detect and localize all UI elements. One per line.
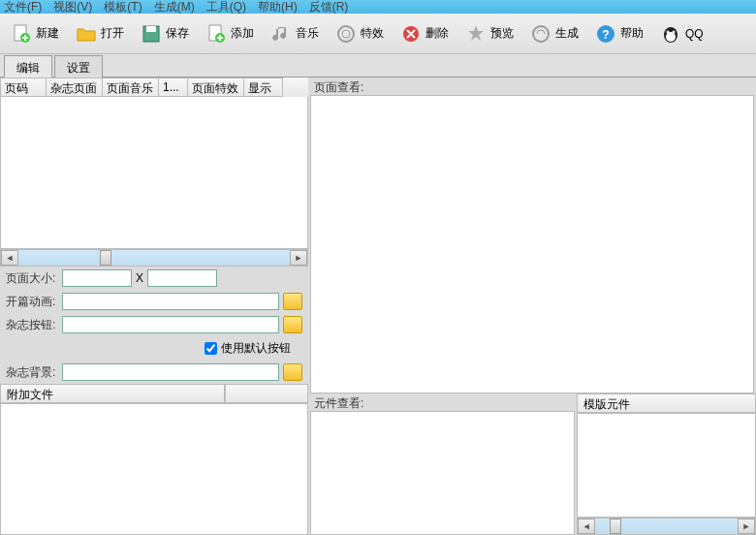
template-header: 模版元件 <box>577 393 756 413</box>
mag-bg-browse-button[interactable] <box>283 363 302 381</box>
col-page-num[interactable]: 页码 <box>0 78 47 97</box>
svg-rect-3 <box>146 26 156 32</box>
effect-button[interactable]: 特效 <box>331 20 388 47</box>
effect-icon <box>334 22 358 46</box>
col-one[interactable]: 1... <box>159 78 188 97</box>
toolbar: 新建 打开 保存 添加 音乐 特效 删除 预览 生成 ?帮助 QQ <box>0 14 756 54</box>
svg-point-8 <box>533 26 549 42</box>
open-anim-input[interactable] <box>62 293 279 310</box>
page-height-input[interactable] <box>147 269 217 287</box>
content-area: 页码 杂志页面 页面音乐 1... 页面特效 显示 ◄ ► 页面大小: X 开篇… <box>0 78 756 535</box>
page-grid-body[interactable] <box>0 97 308 249</box>
col-display[interactable]: 显示 <box>244 78 283 97</box>
scroll-left-icon[interactable]: ◄ <box>1 250 18 266</box>
menu-tools[interactable]: 工具(Q) <box>206 0 246 16</box>
x-label: X <box>136 271 143 285</box>
template-title-col[interactable]: 模版元件 <box>577 393 756 413</box>
open-icon <box>75 22 98 46</box>
attach-col2[interactable] <box>225 384 309 403</box>
music-button[interactable]: 音乐 <box>266 20 323 47</box>
page-size-label: 页面大小: <box>6 270 58 287</box>
preview-label: 预览 <box>490 25 514 42</box>
default-btn-label: 使用默认按钮 <box>221 340 291 357</box>
template-hscroll[interactable]: ◄ ► <box>577 518 756 535</box>
delete-label: 删除 <box>425 25 449 42</box>
col-page-effect[interactable]: 页面特效 <box>188 78 244 97</box>
preview-icon <box>464 22 488 46</box>
template-scroll-right-icon[interactable]: ► <box>738 519 755 534</box>
add-label: 添加 <box>231 25 254 42</box>
attach-header: 附加文件 <box>0 384 308 403</box>
new-icon <box>10 22 33 46</box>
page-width-input[interactable] <box>62 269 132 287</box>
add-icon <box>205 22 228 46</box>
scroll-right-icon[interactable]: ► <box>290 250 307 266</box>
open-label: 打开 <box>101 25 124 42</box>
attach-body[interactable] <box>0 403 308 535</box>
left-column: 页码 杂志页面 页面音乐 1... 页面特效 显示 ◄ ► 页面大小: X 开篇… <box>0 78 308 535</box>
tab-settings[interactable]: 设置 <box>54 55 103 78</box>
default-btn-checkbox[interactable] <box>205 342 217 355</box>
right-column: 页面查看: 元件查看: 模版元件 ◄ ► <box>308 78 756 535</box>
new-label: 新建 <box>36 25 59 42</box>
open-anim-label: 开篇动画: <box>6 294 58 310</box>
template-scroll-track[interactable] <box>595 519 738 534</box>
delete-icon <box>399 22 423 46</box>
template-body[interactable] <box>577 413 756 518</box>
menu-help[interactable]: 帮助(H) <box>258 0 298 16</box>
mag-button-browse-button[interactable] <box>283 316 302 333</box>
menu-file[interactable]: 文件(F) <box>4 0 42 16</box>
page-viewer-label: 页面查看: <box>308 78 756 95</box>
save-icon <box>140 22 163 46</box>
open-button[interactable]: 打开 <box>71 20 128 47</box>
open-anim-browse-button[interactable] <box>283 293 302 310</box>
element-viewer-body[interactable] <box>310 411 575 535</box>
svg-text:?: ? <box>602 28 609 42</box>
music-icon <box>269 22 293 46</box>
template-scroll-thumb[interactable] <box>610 519 621 534</box>
page-grid-hscroll[interactable]: ◄ ► <box>0 249 308 267</box>
mag-bg-input[interactable] <box>62 363 279 381</box>
svg-point-6 <box>338 26 354 42</box>
new-button[interactable]: 新建 <box>6 20 63 47</box>
generate-button[interactable]: 生成 <box>525 20 583 47</box>
generate-label: 生成 <box>555 25 579 42</box>
preview-button[interactable]: 预览 <box>460 20 518 47</box>
menu-bar: 文件(F) 视图(V) 模板(T) 生成(M) 工具(Q) 帮助(H) 反馈(R… <box>0 0 756 14</box>
tab-edit[interactable]: 编辑 <box>4 55 52 78</box>
tab-bar: 编辑 设置 <box>0 54 756 78</box>
attach-title-col[interactable]: 附加文件 <box>0 384 225 403</box>
mag-button-input[interactable] <box>62 316 279 333</box>
default-btn-row: 使用默认按钮 <box>0 336 308 361</box>
open-anim-row: 开篇动画: <box>0 290 308 313</box>
page-viewer-panel: 页面查看: <box>308 78 756 393</box>
attach-panel: 附加文件 <box>0 384 308 535</box>
delete-button[interactable]: 删除 <box>395 20 453 47</box>
template-panel: 模版元件 ◄ ► <box>577 393 756 535</box>
scroll-track[interactable] <box>18 250 290 266</box>
effect-label: 特效 <box>361 25 384 42</box>
element-viewer-label: 元件查看: <box>308 393 577 411</box>
element-viewer-panel: 元件查看: <box>308 393 577 535</box>
mag-bg-row: 杂志背景: <box>0 361 308 384</box>
help-button[interactable]: ?帮助 <box>590 20 647 47</box>
qq-button[interactable]: QQ <box>655 20 708 47</box>
menu-template[interactable]: 模板(T) <box>104 0 142 16</box>
add-button[interactable]: 添加 <box>201 20 258 47</box>
menu-feedback[interactable]: 反馈(R) <box>309 0 349 16</box>
mag-button-label: 杂志按钮: <box>6 317 58 333</box>
menu-view[interactable]: 视图(V) <box>53 0 92 16</box>
save-button[interactable]: 保存 <box>136 20 193 47</box>
svg-point-14 <box>673 30 676 33</box>
save-label: 保存 <box>166 25 189 42</box>
menu-generate[interactable]: 生成(M) <box>154 0 195 16</box>
help-icon: ? <box>594 22 617 46</box>
svg-point-13 <box>667 30 670 33</box>
col-mag-page[interactable]: 杂志页面 <box>47 78 103 97</box>
page-viewer-body[interactable] <box>310 95 754 393</box>
mag-bg-label: 杂志背景: <box>6 364 58 381</box>
col-page-music[interactable]: 页面音乐 <box>103 78 159 97</box>
template-scroll-left-icon[interactable]: ◄ <box>578 519 595 534</box>
scroll-thumb[interactable] <box>100 250 111 266</box>
qq-label: QQ <box>685 27 704 41</box>
